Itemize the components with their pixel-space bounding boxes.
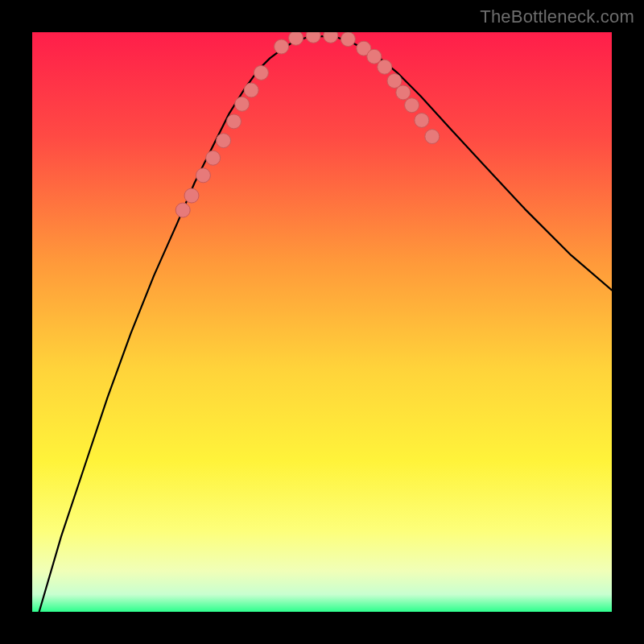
chart-frame: TheBottleneck.com (0, 0, 644, 644)
chart-marker (175, 203, 190, 217)
chart-marker (396, 85, 411, 100)
chart-marker (196, 168, 210, 183)
chart-marker (184, 188, 199, 203)
chart-marker (378, 60, 392, 74)
chart-marker (227, 114, 242, 129)
chart-marker (415, 113, 429, 127)
chart-marker (217, 134, 231, 148)
chart-marker (244, 83, 258, 97)
chart-marker (206, 151, 221, 165)
chart-marker (254, 65, 268, 80)
chart-marker (341, 32, 355, 47)
chart-marker (425, 130, 440, 144)
chart-marker (289, 32, 303, 45)
chart-marker (405, 98, 419, 113)
chart-marker (306, 32, 320, 43)
chart-background (32, 32, 612, 612)
watermark-text: TheBottleneck.com (480, 6, 634, 27)
chart-marker (275, 39, 289, 54)
chart-plot-area (32, 32, 612, 612)
chart-marker (235, 97, 250, 111)
chart-marker (324, 32, 338, 43)
